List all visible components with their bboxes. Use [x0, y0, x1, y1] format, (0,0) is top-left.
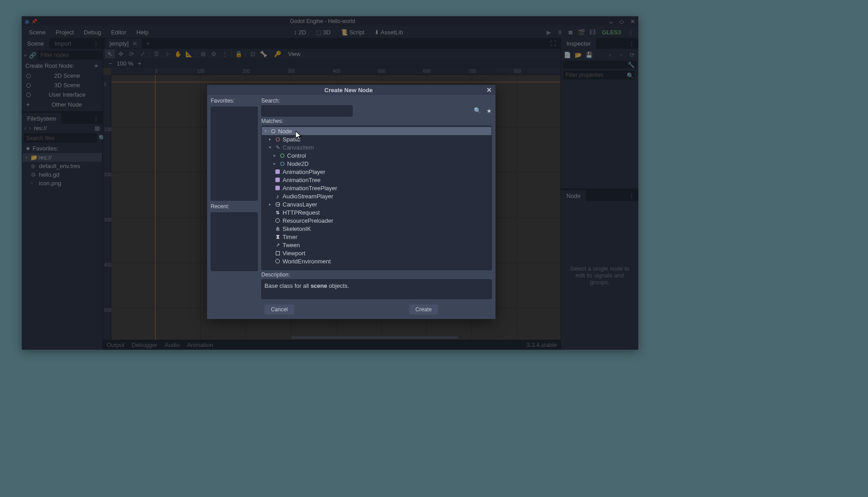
favorites-list[interactable] — [211, 107, 258, 201]
dialog-close-icon[interactable]: ✕ — [486, 86, 492, 94]
tree-node-worldenvironment[interactable]: WorldEnvironment — [262, 257, 491, 265]
search-label: Search: — [261, 98, 492, 104]
create-node-dialog: Create New Node ✕ Favorites: Recent: Sea… — [207, 85, 495, 319]
tree-node-spatial[interactable]: ▸Spatial — [262, 135, 491, 143]
recent-list[interactable] — [211, 212, 258, 271]
favorites-label: Favorites: — [211, 98, 258, 104]
description-box: Base class for all scene objects. — [261, 279, 492, 299]
cancel-button[interactable]: Cancel — [264, 305, 294, 314]
search-icon: 🔍 — [474, 107, 481, 114]
tree-node-node[interactable]: ▾Node — [262, 127, 491, 135]
tree-node-viewport[interactable]: Viewport — [262, 249, 491, 257]
node-search-input[interactable] — [261, 105, 353, 117]
matches-tree[interactable]: ▾Node▸Spatial▾✎CanvasItem▸Control▸Node2D… — [261, 126, 492, 270]
tree-node-tween[interactable]: ↗Tween — [262, 241, 491, 249]
matches-label: Matches: — [261, 118, 492, 124]
tree-node-resourcepreloader[interactable]: ResourcePreloader — [262, 216, 491, 225]
tree-node-control[interactable]: ▸Control — [262, 151, 491, 159]
favorite-toggle-icon[interactable]: ★ — [486, 108, 492, 114]
tree-node-animationplayer[interactable]: AnimationPlayer — [262, 168, 491, 176]
tree-node-animationtree[interactable]: AnimationTree — [262, 176, 491, 184]
tree-node-canvaslayer[interactable]: ▸CanvasLayer — [262, 200, 491, 208]
tree-node-audiostreamplayer[interactable]: ♪AudioStreamPlayer — [262, 192, 491, 200]
tree-node-animationtreeplayer[interactable]: AnimationTreePlayer — [262, 184, 491, 192]
tree-node-canvasitem[interactable]: ▾✎CanvasItem — [262, 143, 491, 151]
dialog-title: Create New Node — [211, 87, 486, 94]
create-button[interactable]: Create — [409, 305, 438, 314]
app-window: ◉ 📌 Godot Engine - Hello-world ⌄ ◇ ✕ Sce… — [22, 16, 638, 350]
description-label: Description: — [261, 272, 492, 278]
tree-node-skeletonik[interactable]: ⋔SkeletonIK — [262, 225, 491, 233]
tree-node-node2d[interactable]: ▸Node2D — [262, 159, 491, 168]
tree-node-httprequest[interactable]: ⇅HTTPRequest — [262, 208, 491, 216]
recent-label: Recent: — [211, 203, 258, 210]
tree-node-timer[interactable]: ⧗Timer — [262, 233, 491, 241]
